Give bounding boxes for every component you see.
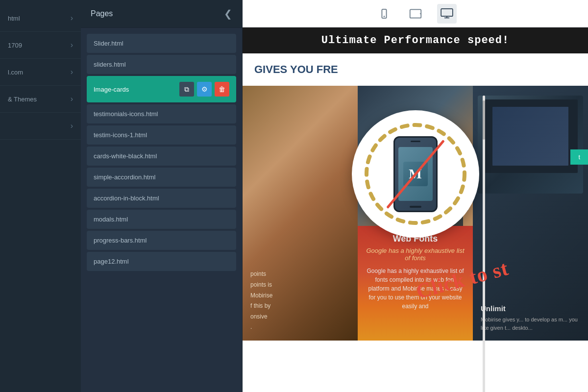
card-right: t Unlimit Mobirise gives y... to develop…: [473, 86, 588, 341]
preview-cards: points points is Mobirise f this by onsi…: [243, 86, 588, 341]
pages-header: Pages ❮: [81, 0, 242, 28]
page-item-label: Image-cards: [94, 86, 129, 93]
chevron-right-icon: ›: [71, 14, 73, 23]
page-item-accordion-in-block[interactable]: accordion-in-block.html: [87, 189, 236, 208]
page-item-image-cards[interactable]: Image-cards ⧉ ⚙ 🗑: [87, 76, 236, 102]
page-item-sliders[interactable]: sliders.html: [87, 55, 236, 74]
sidebar-item-themes-label: & Themes: [8, 96, 37, 103]
settings-page-button[interactable]: ⚙: [197, 82, 212, 97]
page-item-simple-accordion[interactable]: simple-accordion.html: [87, 168, 236, 187]
page-item-label: cards-white-black.html: [94, 152, 157, 160]
preview-subtitle: GIVES YOU FRE: [243, 53, 588, 86]
desktop-device-button[interactable]: [437, 4, 457, 24]
scrollbar-thumb[interactable]: [483, 100, 485, 140]
page-item-label: Slider.html: [94, 40, 123, 47]
mobile-device-button[interactable]: [374, 4, 394, 24]
banner-text: Ultimate Performance speed!: [321, 34, 509, 47]
pages-panel: Pages ❮ Slider.html sliders.html Image-c…: [81, 0, 243, 392]
chevron-right-icon: ›: [71, 122, 73, 130]
svg-rect-2: [410, 9, 421, 18]
main-area: Ultimate Performance speed! GIVES YOU FR…: [243, 0, 588, 392]
page-item-progress-bars[interactable]: progress-bars.html: [87, 231, 236, 250]
pages-title: Pages: [91, 9, 113, 18]
phone-speaker: [411, 141, 420, 142]
chevron-right-icon: ›: [71, 95, 73, 103]
device-toolbar: [243, 0, 588, 27]
page-item-testimonials-icons[interactable]: testimonials-icons.html: [87, 104, 236, 123]
scrollbar[interactable]: [483, 96, 485, 392]
teal-action-button[interactable]: t: [570, 149, 588, 165]
left-text-6: .: [250, 322, 350, 333]
right-card-title: Unlimit: [481, 304, 580, 313]
tablet-device-button[interactable]: [406, 4, 425, 24]
sidebar-item-blank[interactable]: ›: [0, 113, 81, 140]
sidebar-item-lcom[interactable]: l.com ›: [0, 59, 81, 86]
phone-home-button: [410, 206, 421, 208]
left-text-2: points is: [250, 280, 350, 291]
page-item-label: testimonials-icons.html: [94, 110, 158, 118]
sidebar-item-1709-label: 1709: [8, 42, 22, 49]
page-item-label: progress-bars.html: [94, 237, 147, 244]
page-item-modals[interactable]: modals.html: [87, 210, 236, 229]
left-text-5: onsive: [250, 312, 350, 322]
page-item-label: page12.html: [94, 258, 129, 265]
card-left: points points is Mobirise f this by onsi…: [243, 86, 358, 341]
preview-banner: Ultimate Performance speed!: [243, 27, 588, 53]
left-text-1: points: [250, 269, 350, 280]
page-item-label: simple-accordion.html: [94, 173, 155, 181]
copy-page-button[interactable]: ⧉: [179, 82, 194, 97]
sidebar-item-1709[interactable]: 1709 ›: [0, 32, 81, 59]
svg-rect-4: [441, 8, 453, 16]
page-item-testim-icons-1[interactable]: testim-icons-1.html: [87, 125, 236, 145]
page-item-label: testim-icons-1.html: [94, 131, 147, 139]
right-card-body: Mobirise gives y... to develop as m... y…: [481, 316, 580, 333]
chevron-right-icon: ›: [71, 68, 73, 76]
sidebar-item-lcom-label: l.com: [8, 69, 23, 76]
page-item-cards-white-black[interactable]: cards-white-black.html: [87, 147, 236, 166]
page-item-slider[interactable]: Slider.html: [87, 34, 236, 53]
page-item-label: sliders.html: [94, 61, 126, 68]
page-item-actions: ⧉ ⚙ 🗑: [179, 82, 229, 97]
page-item-label: modals.html: [94, 216, 128, 223]
sidebar-item-html[interactable]: html ›: [0, 5, 81, 32]
preview-content: Ultimate Performance speed! GIVES YOU FR…: [243, 27, 588, 392]
middle-card-subtitle: Google has a highly exhaustive list of f…: [366, 247, 465, 262]
preview-area: Ultimate Performance speed! GIVES YOU FR…: [243, 27, 588, 392]
chevron-right-icon: ›: [71, 41, 73, 49]
sidebar: html › 1709 › l.com › & Themes › ›: [0, 0, 81, 392]
page-item-label: accordion-in-block.html: [94, 195, 159, 202]
pages-close-button[interactable]: ❮: [224, 8, 232, 20]
pages-list: Slider.html sliders.html Image-cards ⧉ ⚙…: [81, 28, 242, 392]
phone-logo-overlay: M: [352, 110, 479, 238]
left-text-4: f this by: [250, 301, 350, 312]
left-text-3: Mobirise: [250, 291, 350, 301]
sidebar-item-html-label: html: [8, 15, 20, 22]
page-item-page12[interactable]: page12.html: [87, 252, 236, 271]
sidebar-item-themes[interactable]: & Themes ›: [0, 86, 81, 113]
delete-page-button[interactable]: 🗑: [215, 82, 229, 97]
subtitle-text: GIVES YOU FRE: [254, 63, 338, 75]
